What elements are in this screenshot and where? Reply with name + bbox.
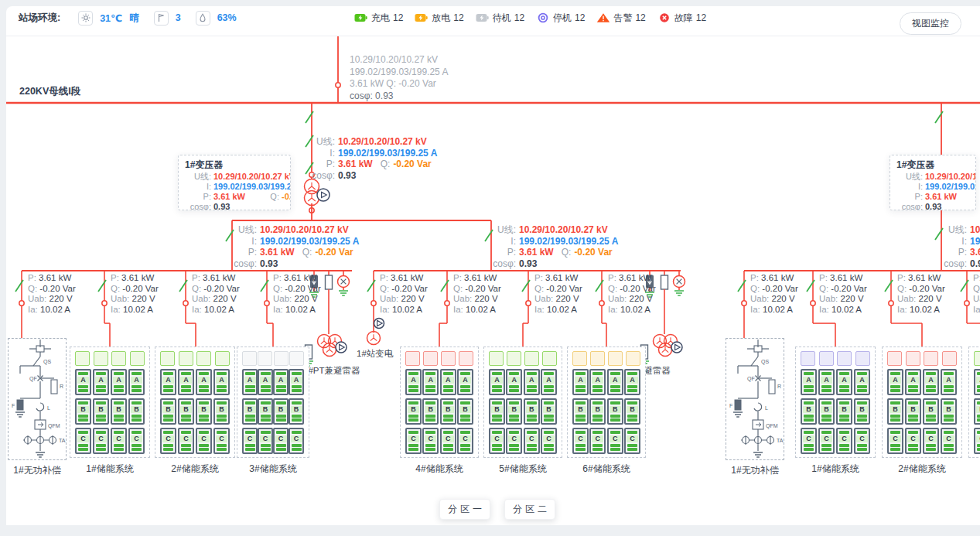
soc-bar xyxy=(276,389,286,392)
storage-system-box-5[interactable]: AAAABBBBCCCC xyxy=(483,347,562,458)
soc-bar xyxy=(492,448,502,451)
soc-bar xyxy=(276,431,286,434)
battery-rack: C xyxy=(854,428,870,454)
soc-bar xyxy=(627,415,637,418)
pcs-status-cell xyxy=(507,351,521,366)
soc-bar xyxy=(163,401,173,405)
soc-bar xyxy=(944,444,954,447)
soc-bar xyxy=(509,401,519,405)
soc-bar xyxy=(261,415,271,418)
storage-system-box-7[interactable]: AAAABBBBCCCC xyxy=(795,347,876,458)
soc-bar xyxy=(610,418,620,422)
battery-status-icon xyxy=(476,12,490,23)
pcs-status-cell xyxy=(160,351,175,366)
soc-bar xyxy=(509,389,519,392)
battery-rack: B xyxy=(854,398,870,425)
soc-bar xyxy=(544,389,554,392)
legend-count: 12 xyxy=(514,12,524,23)
rack-letter: A xyxy=(526,377,538,384)
soc-bar xyxy=(292,415,302,418)
storage-system-box-3[interactable]: AAAABBBBCCCC xyxy=(237,347,309,458)
reactive-compensation-right[interactable] xyxy=(726,338,784,460)
legend-item-2[interactable]: 放电12 xyxy=(415,12,463,25)
battery-rack: A xyxy=(93,369,109,395)
rack-letter: B xyxy=(627,406,638,414)
soc-bar xyxy=(977,389,980,392)
pcs-status-row xyxy=(75,351,145,366)
battery-rack: C xyxy=(607,428,623,454)
pcs-status-cell xyxy=(924,351,938,366)
soc-bar xyxy=(527,444,537,447)
soc-bar xyxy=(460,385,470,388)
soc-bar xyxy=(199,389,209,392)
rack-letter: A xyxy=(260,377,271,384)
soc-bar xyxy=(292,385,302,388)
storage-system-box-6[interactable]: AAAABBBBCCCC xyxy=(567,347,646,458)
soc-bar xyxy=(181,415,191,418)
rack-letter: A xyxy=(95,377,107,384)
legend-label: 充电 xyxy=(371,12,390,25)
soc-bar xyxy=(908,372,918,375)
soc-bar xyxy=(443,448,453,451)
soc-bar xyxy=(276,448,286,451)
soc-bar xyxy=(408,448,418,451)
rack-row-C: CCCC xyxy=(887,428,957,454)
soc-bar xyxy=(217,401,227,405)
soc-bar xyxy=(592,372,603,375)
legend-item-1[interactable]: 充电12 xyxy=(354,12,403,25)
storage-system-box-9[interactable]: AAAABBBBCCCC xyxy=(968,347,980,458)
soc-bar xyxy=(944,431,954,434)
soc-bar xyxy=(292,389,302,392)
storage-system-box-1[interactable]: AAAABBBBCCCC xyxy=(70,347,150,458)
storage-system-box-8[interactable]: AAAABBBBCCCC xyxy=(882,347,962,458)
rack-letter: B xyxy=(925,406,937,414)
legend-label: 停机 xyxy=(553,12,572,25)
reactive-compensation-left[interactable] xyxy=(8,338,67,460)
legend-count: 12 xyxy=(453,12,463,23)
zone-1-button[interactable]: 分区一 xyxy=(439,499,490,520)
legend-item-4[interactable]: 停机12 xyxy=(536,12,585,25)
rack-row-C: CCCC xyxy=(405,428,473,454)
storage-system-box-2[interactable]: AAAABBBBCCCC xyxy=(155,347,235,458)
rack-letter: C xyxy=(592,435,603,443)
battery-rack: C xyxy=(572,428,589,454)
soc-bar xyxy=(492,415,502,418)
rack-letter: C xyxy=(113,435,125,443)
soc-bar xyxy=(163,372,173,375)
soc-bar xyxy=(443,431,453,434)
soc-bar xyxy=(460,372,470,375)
battery-rack: A xyxy=(572,369,589,395)
soc-bar xyxy=(592,444,603,447)
legend-item-5[interactable]: 告警12 xyxy=(596,12,645,25)
battery-rack: C xyxy=(289,428,304,454)
storage-system-box-4[interactable]: AAAABBBBCCCC xyxy=(400,347,479,458)
soc-bar xyxy=(804,448,814,451)
rack-letter: A xyxy=(925,377,937,384)
rack-letter: A xyxy=(907,377,919,384)
pcs-status-cell xyxy=(289,351,304,366)
soc-bar xyxy=(114,415,124,418)
battery-rack: B xyxy=(242,398,258,425)
legend-item-3[interactable]: 待机12 xyxy=(476,12,524,25)
battery-rack: C xyxy=(196,428,212,454)
rack-letter: B xyxy=(575,406,586,414)
rack-letter: A xyxy=(408,377,419,384)
rack-letter: A xyxy=(77,377,89,384)
pcs-status-cell xyxy=(626,351,640,366)
legend-item-6[interactable]: 故障12 xyxy=(657,12,706,25)
soc-bar xyxy=(857,372,867,375)
rack-letter: A xyxy=(890,377,901,384)
soc-bar xyxy=(443,372,453,375)
zone-2-button[interactable]: 分区二 xyxy=(504,499,555,520)
view-monitor-button[interactable]: 视图监控 xyxy=(900,12,961,35)
battery-rack: C xyxy=(128,428,145,454)
rack-row-C: CCCC xyxy=(974,428,980,454)
battery-rack: B xyxy=(624,398,640,425)
battery-rack: B xyxy=(923,398,939,425)
soc-bar xyxy=(181,431,191,434)
rack-letter: B xyxy=(459,406,471,414)
battery-rack: C xyxy=(422,428,439,454)
pcs-status-row xyxy=(489,351,557,366)
soc-bar xyxy=(890,448,900,451)
soc-bar xyxy=(460,415,470,418)
